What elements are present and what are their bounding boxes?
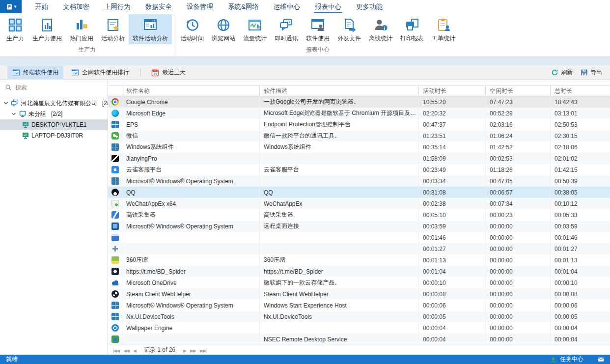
table-row[interactable]: 00:01:4600:00:0000:01:46 [108, 232, 610, 243]
active-duration-cell-text: 00:00:10 [423, 280, 446, 286]
table-row[interactable]: 微信微信一款跨平台的通讯工具。01:23:5101:06:2402:30:15 [108, 130, 610, 141]
ribbon-button-5[interactable]: 软件活动分析 [129, 14, 172, 44]
ribbon-button-1[interactable]: 活动时间 [176, 14, 208, 44]
qq-icon [111, 189, 119, 196]
menu-item-8[interactable]: 报表中心 [307, 0, 349, 13]
jianying-icon [111, 155, 119, 162]
tree-node-4[interactable]: LAPTOP-D9J3IT0R [0, 130, 108, 141]
search-input[interactable] [15, 84, 103, 91]
software-desc-cell-text: 360压缩 [264, 256, 285, 264]
prev-page-icon[interactable]: ◀ [131, 348, 138, 353]
table-row[interactable]: Wallpaper Engine00:00:0400:00:0000:00:04 [108, 322, 610, 334]
active-duration-cell: 00:05:10 [418, 209, 485, 221]
table-row[interactable]: Microsoft EdgeMicrosoft Edge浏览器是微软基于 Chr… [108, 108, 610, 119]
menu-item-4[interactable]: 数据安全 [138, 0, 179, 13]
view-tab-2[interactable]: 全网软件使用排行 [66, 66, 134, 79]
app-icon-cell [108, 266, 122, 277]
menu-item-7[interactable]: 运维中心 [266, 0, 307, 13]
ribbon-button-2[interactable]: 生产力使用 [28, 14, 66, 44]
table-row[interactable]: JianyingPro01:58:0900:02:5302:01:02 [108, 153, 610, 164]
traffic-chart-icon [248, 18, 262, 32]
software-name-cell: Nx.UI.DeviceTools [122, 311, 259, 322]
column-header-5[interactable]: 总时长 [550, 86, 610, 96]
table-row[interactable]: WeChatAppEx x64WeChatAppEx00:02:3800:07:… [108, 198, 610, 209]
tree-node-2[interactable]: 未分组[2/2] [0, 109, 108, 119]
ribbon-button-2[interactable]: 浏览网站 [208, 14, 239, 44]
view-tab-1[interactable]: 终端软件使用 [7, 66, 63, 79]
last-page-icon[interactable]: ▶▶| [198, 348, 208, 353]
date-filter-recent-3-days[interactable]: 23 最近三天 [146, 66, 191, 79]
table-row[interactable]: Google Chrome一款Google公司开发的网页浏览器。10:55:20… [108, 96, 610, 108]
ribbon-button-8[interactable]: 打印报表 [396, 14, 428, 44]
ribbon-button-4[interactable]: 即时通讯 [271, 14, 302, 44]
app-icon-cell [108, 254, 122, 266]
ribbon-button-4[interactable]: 活动分析 [97, 14, 129, 44]
next-fast-icon[interactable]: ▶▶ [188, 348, 198, 353]
menu-item-2[interactable]: 文档加密 [55, 0, 97, 13]
ribbon-button-3[interactable]: 热门应用 [66, 14, 97, 44]
table-row[interactable]: 00:01:2700:00:0000:01:27 [108, 243, 610, 254]
software-desc-cell: https://t.me/BD_Spider [259, 266, 418, 277]
tree-node-3[interactable]: DESKTOP-VLKTLE1 [0, 119, 108, 130]
idle-duration-cell-text: 00:00:00 [490, 313, 513, 320]
table-row[interactable]: Microsoft® Windows® Operating System远程桌面… [108, 221, 610, 232]
table-row[interactable]: 云雀客服平台云雀客服平台00:23:4901:18:2601:42:15 [108, 164, 610, 175]
menu-item-3[interactable]: 上网行为 [97, 0, 138, 13]
onedrive-icon [111, 279, 119, 286]
menu-item-6[interactable]: 系统&网络 [221, 0, 266, 13]
column-header-3[interactable]: 活动时长 [418, 86, 485, 96]
idle-duration-cell-text: 00:52:29 [490, 110, 513, 117]
active-duration-cell: 00:03:59 [418, 221, 485, 232]
ribbon-button-6[interactable]: 外发文件 [333, 14, 365, 44]
table-row[interactable]: 360压缩360压缩00:01:1300:00:0000:01:13 [108, 254, 610, 266]
table-row[interactable]: https://t.me/BD_Spiderhttps://t.me/BD_Sp… [108, 266, 610, 277]
ribbon-button-9[interactable]: 工单统计 [428, 14, 459, 44]
next-page-icon[interactable]: ▶ [181, 348, 188, 353]
total-duration-cell-text: 00:50:39 [555, 178, 578, 185]
total-duration-cell: 03:13:01 [550, 108, 610, 119]
table-row[interactable]: Windows系统组件Windows系统组件00:35:1401:42:5202… [108, 141, 610, 153]
column-header-1[interactable]: 软件名称 [122, 86, 259, 96]
ribbon-button-5[interactable]: 软件使用 [302, 14, 333, 44]
record-count-label: 记录 1 of 26 [144, 346, 175, 354]
column-header-2[interactable]: 软件描述 [259, 86, 418, 96]
table-row[interactable]: Microsoft OneDrive微软旗下的一款云存储产品。00:00:100… [108, 277, 610, 288]
tree-node-1[interactable]: 河北瀚星辰文化传媒有限公司[2/2] [0, 98, 108, 109]
table-row[interactable]: Steam Client WebHelperSteam Client WebHe… [108, 288, 610, 300]
export-button[interactable]: 导出 [581, 68, 602, 77]
table-row[interactable]: NSEC Remote Desktop Service00:00:0400:00… [108, 334, 610, 345]
app-icon-cell [108, 198, 122, 209]
column-header-4[interactable]: 空闲时长 [485, 86, 550, 96]
app-icon-cell [108, 300, 122, 311]
table-row[interactable]: Microsoft® Windows® Operating System00:0… [108, 175, 610, 187]
menu-item-1[interactable]: 开始 [28, 0, 55, 13]
menu-item-9[interactable]: 更多功能 [349, 0, 390, 13]
org-icon [11, 99, 19, 107]
table-row[interactable]: Microsoft® Windows® Operating SystemWind… [108, 300, 610, 311]
active-duration-cell: 00:23:49 [418, 164, 485, 175]
idle-duration-cell: 00:00:00 [485, 288, 550, 300]
grid-icon [8, 18, 23, 32]
table-row[interactable]: Nx.UI.DeviceToolsNx.UI.DeviceTools00:00:… [108, 311, 610, 322]
ribbon-button-1[interactable]: 生产力 [2, 14, 28, 44]
software-desc-cell-text: 微信一款跨平台的通讯工具。 [264, 132, 340, 140]
software-desc-cell-text: WeChatAppEx [264, 200, 303, 207]
mail-icon[interactable] [598, 356, 604, 363]
app-menu-button[interactable]: ▾ [0, 0, 22, 13]
total-duration-cell-text: 00:05:33 [555, 212, 578, 219]
prev-fast-icon[interactable]: ◀◀ [121, 348, 131, 353]
software-desc-cell-text: Steam Client WebHelper [264, 291, 329, 298]
software-desc-cell: 云雀客服平台 [259, 164, 418, 175]
ribbon-button-7[interactable]: 离线统计 [365, 14, 396, 44]
first-page-icon[interactable]: |◀◀ [111, 348, 121, 353]
software-desc-cell: 微信一款跨平台的通讯工具。 [259, 130, 418, 141]
table-row[interactable]: EPSEndpoint Protection管理控制平台00:47:3702:0… [108, 119, 610, 130]
task-center-label[interactable]: 任务中心 [560, 355, 583, 364]
table-row[interactable]: 高铁采集器高铁采集器00:05:1000:00:2300:05:33 [108, 209, 610, 221]
refresh-button[interactable]: 刷新 [551, 68, 573, 77]
idle-duration-cell: 00:00:00 [485, 266, 550, 277]
menu-item-5[interactable]: 设备管理 [179, 0, 221, 13]
table-row[interactable]: QQQQ00:31:0800:06:5700:38:05 [108, 187, 610, 198]
ribbon-button-3[interactable]: 流量统计 [239, 14, 271, 44]
app-icon-cell [108, 108, 122, 119]
